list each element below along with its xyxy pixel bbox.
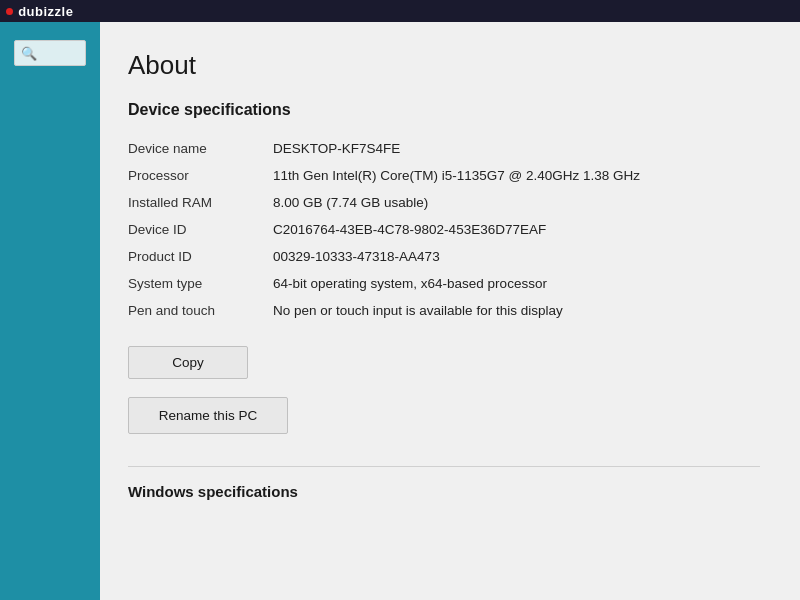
copy-button[interactable]: Copy xyxy=(128,346,248,379)
sidebar: 🔍 xyxy=(0,22,100,600)
page-title: About xyxy=(128,50,760,81)
logo-red-dot xyxy=(6,8,13,15)
spec-value: 00329-10333-47318-AA473 xyxy=(273,243,760,270)
device-specs-table: Device nameDESKTOP-KF7S4FEProcessor11th … xyxy=(128,135,760,324)
table-row: Device IDC2016764-43EB-4C78-9802-453E36D… xyxy=(128,216,760,243)
spec-value: C2016764-43EB-4C78-9802-453E36D77EAF xyxy=(273,216,760,243)
spec-label: System type xyxy=(128,270,273,297)
table-row: Installed RAM8.00 GB (7.74 GB usable) xyxy=(128,189,760,216)
search-icon: 🔍 xyxy=(21,46,37,61)
spec-label: Pen and touch xyxy=(128,297,273,324)
sidebar-search-box[interactable]: 🔍 xyxy=(14,40,86,66)
spec-value: 11th Gen Intel(R) Core(TM) i5-1135G7 @ 2… xyxy=(273,162,760,189)
spec-value: 64-bit operating system, x64-based proce… xyxy=(273,270,760,297)
spec-value: 8.00 GB (7.74 GB usable) xyxy=(273,189,760,216)
dubizzle-logo: dubizzle xyxy=(6,4,73,19)
spec-label: Processor xyxy=(128,162,273,189)
table-row: Processor11th Gen Intel(R) Core(TM) i5-1… xyxy=(128,162,760,189)
table-row: Product ID00329-10333-47318-AA473 xyxy=(128,243,760,270)
spec-label: Installed RAM xyxy=(128,189,273,216)
section-divider xyxy=(128,466,760,467)
table-row: Pen and touchNo pen or touch input is av… xyxy=(128,297,760,324)
main-content: About Device specifications Device nameD… xyxy=(100,22,800,600)
spec-value: DESKTOP-KF7S4FE xyxy=(273,135,760,162)
table-row: System type64-bit operating system, x64-… xyxy=(128,270,760,297)
table-row: Device nameDESKTOP-KF7S4FE xyxy=(128,135,760,162)
spec-value: No pen or touch input is available for t… xyxy=(273,297,760,324)
spec-label: Device ID xyxy=(128,216,273,243)
top-bar: dubizzle xyxy=(0,0,800,22)
rename-pc-button[interactable]: Rename this PC xyxy=(128,397,288,434)
spec-label: Device name xyxy=(128,135,273,162)
logo-text: dubizzle xyxy=(18,4,73,19)
device-specs-title: Device specifications xyxy=(128,101,760,119)
spec-label: Product ID xyxy=(128,243,273,270)
windows-specs-title: Windows specifications xyxy=(128,483,760,500)
